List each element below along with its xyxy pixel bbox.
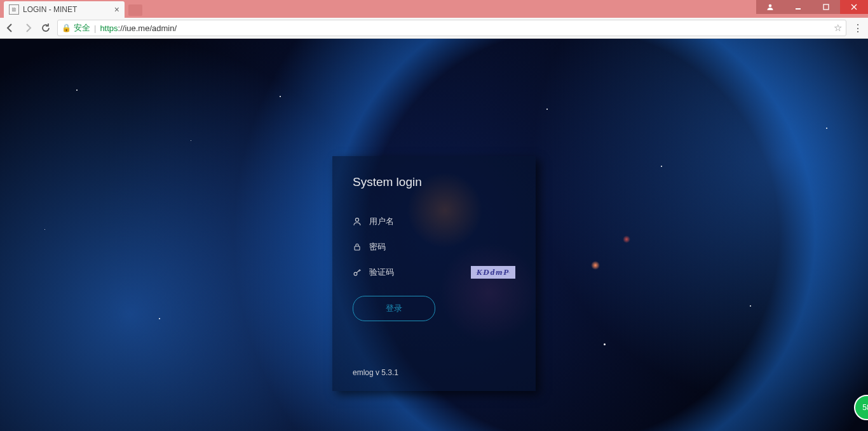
username-field[interactable]: 用户名 [353,211,515,232]
url-protocol: https [100,23,118,33]
reload-icon [41,23,51,33]
browser-menu-button[interactable]: ⋮ [851,22,864,34]
close-icon [851,4,857,10]
tab-close-icon[interactable]: × [114,4,119,15]
svg-rect-1 [796,8,801,10]
star-dot [44,229,45,230]
password-field[interactable]: 密码 [353,236,515,258]
svg-point-3 [355,218,358,222]
login-heading: System login [353,175,515,189]
arrow-right-icon [23,23,33,33]
user-icon [766,3,774,11]
svg-rect-4 [355,246,360,250]
window-titlebar: 🗎 LOGIN - MINET × [0,0,868,18]
arrow-left-icon [5,23,15,33]
profile-button[interactable] [756,0,784,14]
window-maximize-button[interactable] [812,0,840,14]
address-bar[interactable]: 🔒 安全 | https://iue.me/admin/ ☆ [57,20,846,36]
star-dot [280,96,281,97]
tab-title: LOGIN - MINET [23,5,114,14]
reload-button[interactable] [39,22,52,34]
login-footer: emlog v 5.3.1 [353,368,398,377]
svg-point-5 [354,272,357,275]
svg-rect-2 [824,4,829,10]
maximize-icon [823,4,829,10]
window-controls [756,0,868,14]
username-label: 用户名 [369,216,394,227]
star-dot [826,128,827,129]
minimize-icon [795,4,801,10]
star-dot [159,318,160,319]
star-dot [76,90,78,91]
lock-icon [353,242,369,251]
login-panel: System login 用户名 密码 验证码 KDdmP 登录 emlog v… [332,156,536,391]
password-label: 密码 [369,241,386,253]
nebula-glow [623,235,630,243]
login-button-label: 登录 [386,303,402,314]
url-rest: ://iue.me/admin/ [118,23,177,33]
star-dot [546,109,548,110]
star-dot [191,140,191,141]
separator: | [94,23,96,33]
browser-tab[interactable]: 🗎 LOGIN - MINET × [4,1,125,18]
star-dot [604,343,606,345]
badge-count: 58 [862,403,868,412]
key-icon [353,268,369,277]
new-tab-button[interactable] [128,4,142,16]
browser-toolbar: 🔒 安全 | https://iue.me/admin/ ☆ ⋮ [0,18,868,39]
forward-button[interactable] [22,22,34,34]
star-dot [750,305,751,307]
back-button[interactable] [4,22,17,34]
captcha-image[interactable]: KDdmP [471,266,515,279]
window-close-button[interactable] [840,0,868,14]
captcha-label: 验证码 [369,267,394,278]
star-dot [661,166,662,167]
page-favicon: 🗎 [9,4,19,15]
login-button[interactable]: 登录 [353,296,435,321]
page-viewport: System login 用户名 密码 验证码 KDdmP 登录 emlog v… [0,39,868,431]
captcha-field[interactable]: 验证码 KDdmP [353,262,515,283]
window-minimize-button[interactable] [784,0,812,14]
lock-icon: 🔒 [62,23,71,32]
nebula-glow [591,261,600,270]
user-icon [353,217,369,226]
secure-label: 安全 [74,22,90,34]
svg-point-0 [769,4,772,8]
bookmark-star-icon[interactable]: ☆ [834,22,842,34]
